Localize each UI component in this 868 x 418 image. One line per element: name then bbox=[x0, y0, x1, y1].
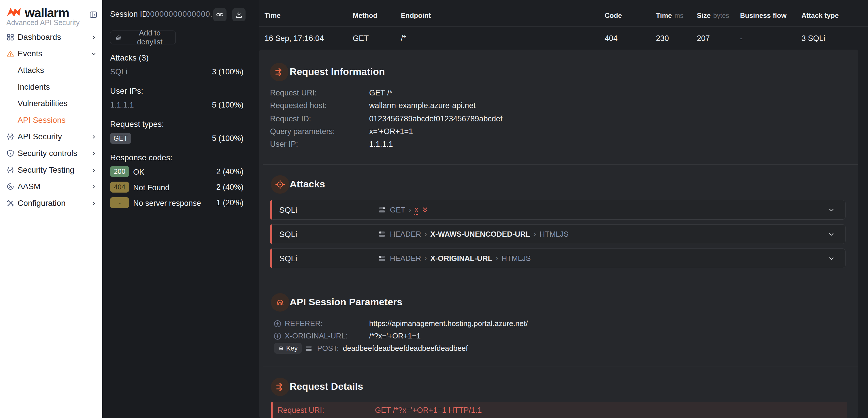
plus-circle-icon[interactable] bbox=[274, 320, 282, 328]
attack-count: 3 (100%) bbox=[212, 67, 244, 77]
attack-card[interactable]: SQLi HEADER › X-WAWS-UNENCODED-URL › HTM… bbox=[270, 224, 845, 244]
attack-path: GET › x bbox=[379, 200, 429, 219]
unit-bytes: bytes bbox=[713, 12, 729, 20]
expand-chevron-icon[interactable] bbox=[829, 256, 834, 262]
sidebar-collapse-icon[interactable] bbox=[89, 10, 98, 19]
response-code-row: - No server response 1 (20%) bbox=[110, 197, 244, 209]
field-value: 1.1.1.1 bbox=[369, 140, 393, 149]
attack-stat-row: SQLi 3 (100%) bbox=[110, 66, 244, 78]
path-separator: › bbox=[409, 206, 411, 214]
session-parameters-title: API Session Parameters bbox=[290, 296, 402, 307]
attacks-heading: Attacks (3) bbox=[110, 53, 149, 63]
cell-time-ms: 230 bbox=[656, 34, 669, 43]
sidebar-item-incidents[interactable]: Incidents bbox=[0, 81, 102, 93]
session-summary-panel: Session ID: 00000000000000... Add to den… bbox=[102, 0, 259, 418]
col-attack-type: Attack type bbox=[801, 11, 839, 20]
double-arrow-right-icon bbox=[275, 382, 285, 392]
warning-triangle-icon bbox=[7, 50, 14, 57]
chevron-right-icon bbox=[91, 135, 96, 139]
status-label: OK bbox=[133, 168, 144, 177]
chevron-right-icon bbox=[91, 201, 96, 206]
status-label: No server response bbox=[133, 199, 201, 208]
shield-icon bbox=[7, 150, 14, 157]
path-separator: › bbox=[534, 230, 536, 238]
sidebar-item-configuration[interactable]: Configuration bbox=[0, 197, 102, 210]
path-part: X-ORIGINAL-URL bbox=[430, 254, 492, 263]
sidebar-item-attacks[interactable]: Attacks bbox=[0, 64, 102, 77]
cell-time: 16 Sep, 17:16:04 bbox=[265, 34, 324, 43]
attack-severity-bar bbox=[270, 200, 272, 220]
path-part: HEADER bbox=[390, 230, 421, 239]
col-time: Time bbox=[265, 11, 281, 20]
braces-check-icon bbox=[7, 166, 14, 174]
attack-severity-bar bbox=[270, 224, 272, 244]
user-ip-count: 5 (100%) bbox=[212, 100, 244, 110]
sidebar-item-aasm[interactable]: AASM bbox=[0, 180, 102, 193]
cell-endpoint: /* bbox=[401, 34, 406, 43]
param-value: https://apimanagement.hosting.portal.azu… bbox=[369, 319, 528, 328]
key-badge-label: Key bbox=[286, 345, 298, 352]
sidebar-item-vulnerabilities[interactable]: Vulnerabilities bbox=[0, 97, 102, 110]
sidebar-item-api-security[interactable]: API Security bbox=[0, 130, 102, 143]
app-window: wallarm Advanced API Security Dashboards… bbox=[0, 0, 868, 418]
attack-type-label: SQLi bbox=[279, 206, 297, 215]
chevron-right-icon bbox=[91, 151, 96, 156]
add-to-denylist-button[interactable]: Add to denylist bbox=[110, 31, 176, 44]
payload-location-icon bbox=[379, 206, 386, 213]
status-count: 2 (40%) bbox=[216, 167, 244, 176]
section-divider bbox=[263, 281, 858, 281]
sidebar-item-security-controls[interactable]: Security controls bbox=[0, 147, 102, 160]
cell-business-flow: - bbox=[740, 34, 743, 43]
cell-code: 404 bbox=[604, 34, 618, 43]
copy-link-button[interactable] bbox=[213, 8, 226, 21]
plus-circle-icon[interactable] bbox=[274, 332, 282, 340]
attack-card[interactable]: SQLi GET › x bbox=[270, 200, 845, 220]
status-count: 1 (20%) bbox=[216, 198, 244, 207]
key-param-label: POST: bbox=[317, 344, 339, 353]
chevron-right-icon bbox=[91, 35, 96, 40]
attack-type-label: SQLi bbox=[279, 230, 297, 239]
section-divider bbox=[263, 164, 858, 165]
download-button[interactable] bbox=[232, 8, 246, 21]
session-key-row: Key POST: deadbeefdeadbeefdeadbeefdeadbe… bbox=[274, 343, 468, 354]
malicious-parameter-link[interactable]: x bbox=[414, 205, 418, 215]
grid-icon bbox=[7, 33, 14, 41]
user-ips-heading: User IPs: bbox=[110, 87, 143, 96]
payload-location-icon bbox=[379, 231, 386, 238]
field-label: Request ID: bbox=[270, 115, 311, 123]
sidebar: wallarm Advanced API Security Dashboards… bbox=[0, 0, 102, 418]
sidebar-item-events[interactable]: Events bbox=[0, 47, 102, 60]
sidebar-item-security-testing[interactable]: Security Testing bbox=[0, 164, 102, 176]
chevron-right-icon bbox=[91, 168, 96, 173]
attack-type-link[interactable]: SQLi bbox=[110, 67, 127, 77]
request-detail-panel: Request Information Request URI: GET /* … bbox=[259, 50, 858, 418]
path-part: HTMLJS bbox=[502, 254, 531, 263]
double-chevron-down-icon bbox=[422, 206, 429, 213]
wallarm-logo-icon bbox=[6, 7, 22, 18]
sidebar-item-api-sessions[interactable]: API Sessions bbox=[0, 114, 102, 126]
expand-chevron-icon[interactable] bbox=[829, 232, 834, 237]
status-badge-404: 404 bbox=[110, 182, 129, 192]
table-header-divider bbox=[259, 27, 868, 27]
col-code: Code bbox=[604, 11, 622, 20]
section-divider bbox=[263, 366, 858, 366]
request-type-row: GET 5 (100%) bbox=[110, 133, 244, 144]
brand-subtitle: Advanced API Security bbox=[6, 19, 80, 27]
sidebar-item-dashboards[interactable]: Dashboards bbox=[0, 31, 102, 43]
attack-path: HEADER › X-WAWS-UNENCODED-URL › HTMLJS bbox=[379, 225, 568, 244]
col-method: Method bbox=[353, 11, 377, 20]
attack-card[interactable]: SQLi HEADER › X-ORIGINAL-URL › HTMLJS bbox=[270, 248, 845, 268]
param-label: X-ORIGINAL-URL: bbox=[285, 331, 347, 340]
highlighted-request-uri-row: Request URI: GET /*?x='+OR+1=1 HTTP/1.1 bbox=[271, 402, 847, 418]
status-count: 2 (40%) bbox=[216, 183, 244, 192]
payload-location-icon bbox=[379, 255, 386, 262]
field-label: User IP: bbox=[270, 140, 298, 149]
path-part: HTMLJS bbox=[539, 230, 568, 239]
user-ip-link[interactable]: 1.1.1.1 bbox=[110, 100, 134, 110]
key-param-value: deadbeefdeadbeefdeadbeefdeadbeef bbox=[343, 344, 468, 353]
fingerprint-icon bbox=[278, 345, 284, 351]
cell-method: GET bbox=[353, 34, 369, 43]
expand-chevron-icon[interactable] bbox=[829, 207, 834, 213]
method-badge: GET bbox=[110, 133, 131, 144]
cell-attack-type: 3 SQLi bbox=[801, 34, 825, 43]
